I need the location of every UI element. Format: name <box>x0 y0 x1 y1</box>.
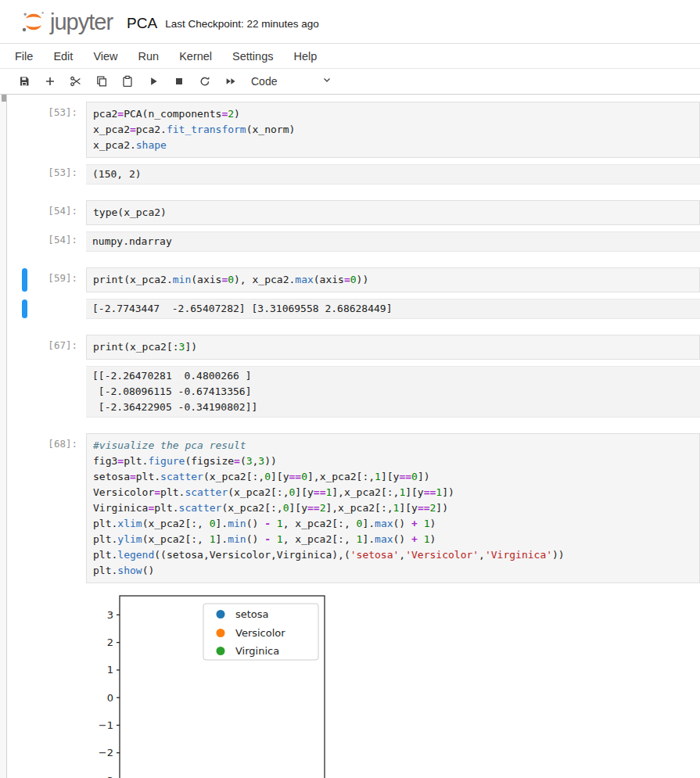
y-tick-label: −3 <box>99 775 113 778</box>
run-icon <box>147 75 160 88</box>
jupyter-planet-icon <box>20 9 47 35</box>
notebook-panel: [53]:pca2=PCA(n_components=2)x_pca2=pca2… <box>0 95 700 778</box>
legend-marker-virginica <box>217 647 225 655</box>
y-tick-label: 1 <box>107 664 113 676</box>
paste-icon <box>121 75 134 88</box>
chevron-down-icon <box>321 74 332 88</box>
cell-row: [67]:print(x_pca2[:3]) <box>8 335 700 360</box>
y-tick-label: 3 <box>107 609 113 621</box>
copy-icon <box>95 75 108 88</box>
cell-content: [[-2.26470281 0.4800266 ] [-2.08096115 -… <box>86 366 700 418</box>
code-line: #visualize the pca result <box>93 438 693 454</box>
jupyter-notebook-window: jupyter PCA Last Checkpoint: 22 minutes … <box>0 0 700 778</box>
run-button[interactable] <box>140 70 166 92</box>
figure-output: 3210−1−2−3−2024setosaVersicolorVirginica <box>86 590 700 778</box>
y-tick-label: −1 <box>99 719 113 731</box>
code-cell-input[interactable]: type(x_pca2) <box>86 200 700 225</box>
checkpoint-status: Last Checkpoint: 22 minutes ago <box>165 18 319 30</box>
menu-bar: FileEditViewRunKernelSettingsHelp <box>0 44 700 69</box>
code-line: print(x_pca2.min(axis=0), x_pca2.max(axi… <box>93 272 693 288</box>
execution-count: [68]: <box>8 433 86 583</box>
menu-item-file[interactable]: File <box>5 44 43 68</box>
code-cell-input[interactable]: print(x_pca2.min(axis=0), x_pca2.max(axi… <box>86 267 700 292</box>
code-line: type(x_pca2) <box>93 205 693 220</box>
add-cell-button[interactable] <box>37 70 63 92</box>
output-row: [54]:numpy.ndarray <box>8 231 700 252</box>
output-prompt: [54]: <box>8 231 86 252</box>
code-line: Virginica=plt.scatter(x_pca2[:,0][y==2],… <box>93 500 693 516</box>
code-cell-input[interactable]: pca2=PCA(n_components=2)x_pca2=pca2.fit_… <box>86 102 700 158</box>
restart-kernel-icon <box>199 75 211 88</box>
cut-icon <box>70 75 82 88</box>
execution-count: [54]: <box>8 200 86 225</box>
output-prompt <box>8 590 86 778</box>
menu-item-help[interactable]: Help <box>283 44 327 68</box>
legend-marker-setosa <box>217 610 225 618</box>
scrollbar-thumb[interactable] <box>2 95 6 102</box>
menu-item-edit[interactable]: Edit <box>43 44 83 68</box>
output-row: [-2.7743447 -2.65407282] [3.31069558 2.6… <box>8 299 700 319</box>
cell-content: 3210−1−2−3−2024setosaVersicolorVirginica <box>86 590 700 778</box>
code-line: print(x_pca2[:3]) <box>93 339 693 355</box>
paste-button[interactable] <box>114 70 140 92</box>
legend-label: Virginica <box>235 645 279 657</box>
code-cell-input[interactable]: print(x_pca2[:3]) <box>86 335 700 360</box>
stop-icon <box>173 75 185 88</box>
code-line: pca2=PCA(n_components=2) <box>93 106 693 122</box>
cell-content: print(x_pca2[:3]) <box>86 335 700 360</box>
legend-marker-versicolor <box>217 629 225 637</box>
cell-content: pca2=PCA(n_components=2)x_pca2=pca2.fit_… <box>86 102 700 158</box>
execution-count: [67]: <box>8 335 86 360</box>
cell-content: type(x_pca2) <box>86 200 700 225</box>
y-tick-label: 0 <box>107 692 113 704</box>
cell-content: #visualize the pca resultfig3=plt.figure… <box>86 433 700 583</box>
menu-item-settings[interactable]: Settings <box>222 44 283 68</box>
code-line: plt.show() <box>93 563 693 579</box>
toolbar: Code <box>0 69 700 95</box>
cell-selection-bar[interactable] <box>22 299 27 318</box>
cell-row: [54]:type(x_pca2) <box>8 200 700 225</box>
code-cell-input[interactable]: #visualize the pca resultfig3=plt.figure… <box>86 433 700 583</box>
execution-count: [53]: <box>8 102 86 158</box>
jupyter-logo: jupyter <box>20 8 113 35</box>
code-line: plt.legend((setosa,Versicolor,Virginica)… <box>93 547 693 563</box>
menu-item-kernel[interactable]: Kernel <box>169 44 222 68</box>
stop-button[interactable] <box>166 70 192 92</box>
cell-content: [-2.7743447 -2.65407282] [3.31069558 2.6… <box>86 299 700 319</box>
cell-type-value: Code <box>251 75 277 88</box>
cell-row: [53]:pca2=PCA(n_components=2)x_pca2=pca2… <box>8 102 700 158</box>
y-tick-label: −2 <box>99 747 113 758</box>
output-row: 3210−1−2−3−2024setosaVersicolorVirginica <box>8 590 700 778</box>
code-line: Versicolor=plt.scatter(x_pca2[:,0][y==1]… <box>93 485 693 500</box>
save-button[interactable] <box>11 70 37 92</box>
y-tick-label: 2 <box>107 636 113 648</box>
notebook-title[interactable]: PCA <box>127 15 157 32</box>
cell-row: [68]:#visualize the pca resultfig3=plt.f… <box>8 433 700 583</box>
save-icon <box>18 75 31 88</box>
code-line: setosa=plt.scatter(x_pca2[:,0][y==0],x_p… <box>93 469 693 485</box>
output-prompt <box>8 366 86 418</box>
text-output: numpy.ndarray <box>86 231 700 252</box>
menu-item-run[interactable]: Run <box>128 44 170 68</box>
add-cell-icon <box>44 75 56 88</box>
run-all-button[interactable] <box>217 70 243 92</box>
notebook-left-gutter <box>0 95 7 778</box>
code-line: plt.xlim(x_pca2[:, 0].min() - 1, x_pca2[… <box>93 516 693 532</box>
legend-label: setosa <box>235 608 269 620</box>
cell-content: numpy.ndarray <box>86 231 700 252</box>
cut-button[interactable] <box>63 70 88 92</box>
text-output: [-2.7743447 -2.65407282] [3.31069558 2.6… <box>86 299 700 319</box>
menu-item-view[interactable]: View <box>83 44 127 68</box>
cell-list: [53]:pca2=PCA(n_components=2)x_pca2=pca2… <box>8 102 700 778</box>
cell-type-select[interactable]: Code <box>251 74 332 88</box>
jupyter-wordmark: jupyter <box>50 9 113 35</box>
restart-kernel-button[interactable] <box>192 70 217 92</box>
cell-content: print(x_pca2.min(axis=0), x_pca2.max(axi… <box>86 267 700 292</box>
copy-button[interactable] <box>88 70 114 92</box>
run-all-icon <box>224 75 237 88</box>
output-prompt <box>8 299 86 319</box>
legend-label: Versicolor <box>235 627 285 639</box>
cell-selection-bar[interactable] <box>22 268 27 292</box>
cell-row: [59]:print(x_pca2.min(axis=0), x_pca2.ma… <box>8 267 700 292</box>
text-output: (150, 2) <box>86 164 700 185</box>
